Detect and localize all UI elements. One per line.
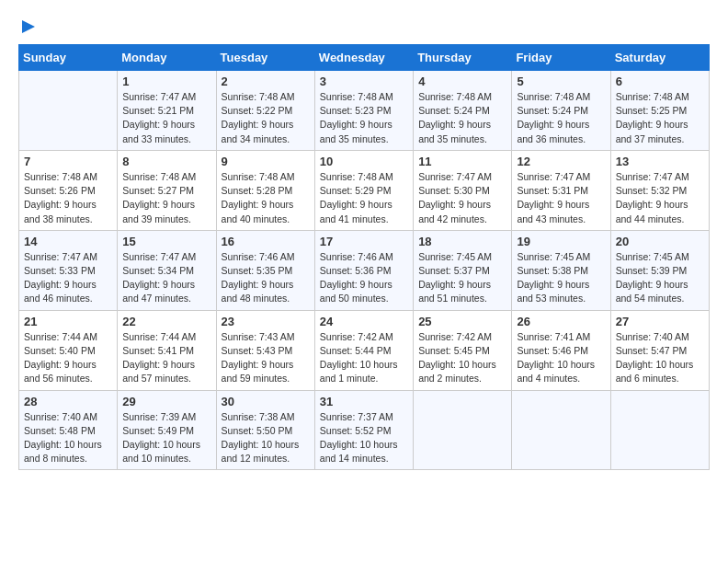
calendar-cell — [19, 71, 118, 151]
day-number: 28 — [24, 395, 112, 408]
day-number: 4 — [418, 75, 506, 88]
day-info: Sunrise: 7:44 AMSunset: 5:40 PMDaylight:… — [24, 330, 112, 386]
day-number: 27 — [616, 315, 704, 328]
calendar-cell: 21Sunrise: 7:44 AMSunset: 5:40 PMDayligh… — [19, 310, 118, 390]
day-info: Sunrise: 7:48 AMSunset: 5:26 PMDaylight:… — [24, 170, 112, 226]
calendar-week-row: 21Sunrise: 7:44 AMSunset: 5:40 PMDayligh… — [19, 310, 710, 390]
svg-marker-0 — [22, 20, 35, 33]
day-number: 31 — [320, 395, 408, 408]
calendar-cell: 7Sunrise: 7:48 AMSunset: 5:26 PMDaylight… — [19, 150, 118, 230]
day-info: Sunrise: 7:45 AMSunset: 5:38 PMDaylight:… — [517, 250, 605, 306]
day-number: 8 — [122, 155, 210, 168]
day-number: 2 — [222, 75, 310, 88]
calendar-cell: 25Sunrise: 7:42 AMSunset: 5:45 PMDayligh… — [414, 310, 512, 390]
calendar-cell: 18Sunrise: 7:45 AMSunset: 5:37 PMDayligh… — [414, 230, 512, 310]
day-info: Sunrise: 7:37 AMSunset: 5:52 PMDaylight:… — [320, 410, 408, 466]
calendar-cell: 24Sunrise: 7:42 AMSunset: 5:44 PMDayligh… — [314, 310, 413, 390]
day-of-week-header: Tuesday — [216, 45, 314, 71]
calendar-cell: 23Sunrise: 7:43 AMSunset: 5:43 PMDayligh… — [216, 310, 314, 390]
calendar-cell: 16Sunrise: 7:46 AMSunset: 5:35 PMDayligh… — [216, 230, 314, 310]
logo-arrow-icon — [20, 18, 37, 35]
day-info: Sunrise: 7:48 AMSunset: 5:28 PMDaylight:… — [222, 170, 310, 226]
day-of-week-header: Monday — [118, 45, 216, 71]
day-info: Sunrise: 7:40 AMSunset: 5:48 PMDaylight:… — [24, 410, 112, 466]
day-number: 17 — [320, 235, 408, 248]
day-number: 26 — [517, 315, 605, 328]
day-info: Sunrise: 7:47 AMSunset: 5:32 PMDaylight:… — [616, 170, 704, 226]
calendar-cell: 12Sunrise: 7:47 AMSunset: 5:31 PMDayligh… — [512, 150, 610, 230]
day-number: 14 — [24, 235, 112, 248]
day-info: Sunrise: 7:48 AMSunset: 5:22 PMDaylight:… — [222, 90, 310, 146]
day-info: Sunrise: 7:47 AMSunset: 5:30 PMDaylight:… — [418, 170, 506, 226]
day-number: 9 — [222, 155, 310, 168]
day-info: Sunrise: 7:48 AMSunset: 5:23 PMDaylight:… — [320, 90, 408, 146]
calendar-cell: 22Sunrise: 7:44 AMSunset: 5:41 PMDayligh… — [118, 310, 216, 390]
calendar-cell: 6Sunrise: 7:48 AMSunset: 5:25 PMDaylight… — [610, 71, 709, 151]
calendar-cell: 13Sunrise: 7:47 AMSunset: 5:32 PMDayligh… — [610, 150, 709, 230]
day-info: Sunrise: 7:47 AMSunset: 5:21 PMDaylight:… — [122, 90, 210, 146]
day-number: 6 — [616, 75, 704, 88]
day-number: 22 — [122, 315, 210, 328]
day-info: Sunrise: 7:48 AMSunset: 5:29 PMDaylight:… — [320, 170, 408, 226]
day-info: Sunrise: 7:44 AMSunset: 5:41 PMDaylight:… — [122, 330, 210, 386]
day-number: 16 — [222, 235, 310, 248]
calendar-cell — [610, 390, 709, 470]
calendar-week-row: 28Sunrise: 7:40 AMSunset: 5:48 PMDayligh… — [19, 390, 710, 470]
day-number: 25 — [418, 315, 506, 328]
day-info: Sunrise: 7:46 AMSunset: 5:36 PMDaylight:… — [320, 250, 408, 306]
calendar-cell: 26Sunrise: 7:41 AMSunset: 5:46 PMDayligh… — [512, 310, 610, 390]
day-info: Sunrise: 7:45 AMSunset: 5:37 PMDaylight:… — [418, 250, 506, 306]
day-number: 20 — [616, 235, 704, 248]
day-number: 23 — [222, 315, 310, 328]
day-of-week-header: Wednesday — [314, 45, 413, 71]
day-info: Sunrise: 7:48 AMSunset: 5:24 PMDaylight:… — [517, 90, 605, 146]
calendar-cell: 14Sunrise: 7:47 AMSunset: 5:33 PMDayligh… — [19, 230, 118, 310]
day-number: 3 — [320, 75, 408, 88]
day-number: 11 — [418, 155, 506, 168]
calendar-cell: 1Sunrise: 7:47 AMSunset: 5:21 PMDaylight… — [118, 71, 216, 151]
day-info: Sunrise: 7:42 AMSunset: 5:44 PMDaylight:… — [320, 330, 408, 386]
calendar-cell: 28Sunrise: 7:40 AMSunset: 5:48 PMDayligh… — [19, 390, 118, 470]
day-info: Sunrise: 7:47 AMSunset: 5:34 PMDaylight:… — [122, 250, 210, 306]
calendar-cell: 27Sunrise: 7:40 AMSunset: 5:47 PMDayligh… — [610, 310, 709, 390]
day-number: 12 — [517, 155, 605, 168]
day-number: 30 — [222, 395, 310, 408]
day-info: Sunrise: 7:47 AMSunset: 5:31 PMDaylight:… — [517, 170, 605, 226]
day-info: Sunrise: 7:39 AMSunset: 5:49 PMDaylight:… — [122, 410, 210, 466]
day-of-week-header: Sunday — [19, 45, 118, 71]
calendar-cell: 31Sunrise: 7:37 AMSunset: 5:52 PMDayligh… — [314, 390, 413, 470]
calendar-cell: 2Sunrise: 7:48 AMSunset: 5:22 PMDaylight… — [216, 71, 314, 151]
day-number: 21 — [24, 315, 112, 328]
day-number: 10 — [320, 155, 408, 168]
calendar-cell: 9Sunrise: 7:48 AMSunset: 5:28 PMDaylight… — [216, 150, 314, 230]
day-info: Sunrise: 7:40 AMSunset: 5:47 PMDaylight:… — [616, 330, 704, 386]
logo — [18, 18, 37, 35]
day-number: 7 — [24, 155, 112, 168]
calendar-cell: 10Sunrise: 7:48 AMSunset: 5:29 PMDayligh… — [314, 150, 413, 230]
calendar-cell: 8Sunrise: 7:48 AMSunset: 5:27 PMDaylight… — [118, 150, 216, 230]
calendar-cell: 20Sunrise: 7:45 AMSunset: 5:39 PMDayligh… — [610, 230, 709, 310]
calendar-cell: 30Sunrise: 7:38 AMSunset: 5:50 PMDayligh… — [216, 390, 314, 470]
calendar-week-row: 1Sunrise: 7:47 AMSunset: 5:21 PMDaylight… — [19, 71, 710, 151]
day-number: 13 — [616, 155, 704, 168]
day-info: Sunrise: 7:47 AMSunset: 5:33 PMDaylight:… — [24, 250, 112, 306]
calendar-table: SundayMondayTuesdayWednesdayThursdayFrid… — [18, 44, 710, 470]
calendar-cell: 15Sunrise: 7:47 AMSunset: 5:34 PMDayligh… — [118, 230, 216, 310]
day-number: 1 — [122, 75, 210, 88]
day-info: Sunrise: 7:38 AMSunset: 5:50 PMDaylight:… — [222, 410, 310, 466]
calendar-cell: 4Sunrise: 7:48 AMSunset: 5:24 PMDaylight… — [414, 71, 512, 151]
calendar-cell: 3Sunrise: 7:48 AMSunset: 5:23 PMDaylight… — [314, 71, 413, 151]
day-info: Sunrise: 7:46 AMSunset: 5:35 PMDaylight:… — [222, 250, 310, 306]
page-header — [18, 18, 710, 35]
day-number: 15 — [122, 235, 210, 248]
day-of-week-header: Saturday — [610, 45, 709, 71]
day-of-week-header: Friday — [512, 45, 610, 71]
day-info: Sunrise: 7:41 AMSunset: 5:46 PMDaylight:… — [517, 330, 605, 386]
calendar-week-row: 14Sunrise: 7:47 AMSunset: 5:33 PMDayligh… — [19, 230, 710, 310]
calendar-cell: 17Sunrise: 7:46 AMSunset: 5:36 PMDayligh… — [314, 230, 413, 310]
calendar-cell: 19Sunrise: 7:45 AMSunset: 5:38 PMDayligh… — [512, 230, 610, 310]
day-info: Sunrise: 7:45 AMSunset: 5:39 PMDaylight:… — [616, 250, 704, 306]
day-of-week-header: Thursday — [414, 45, 512, 71]
day-number: 18 — [418, 235, 506, 248]
day-number: 24 — [320, 315, 408, 328]
